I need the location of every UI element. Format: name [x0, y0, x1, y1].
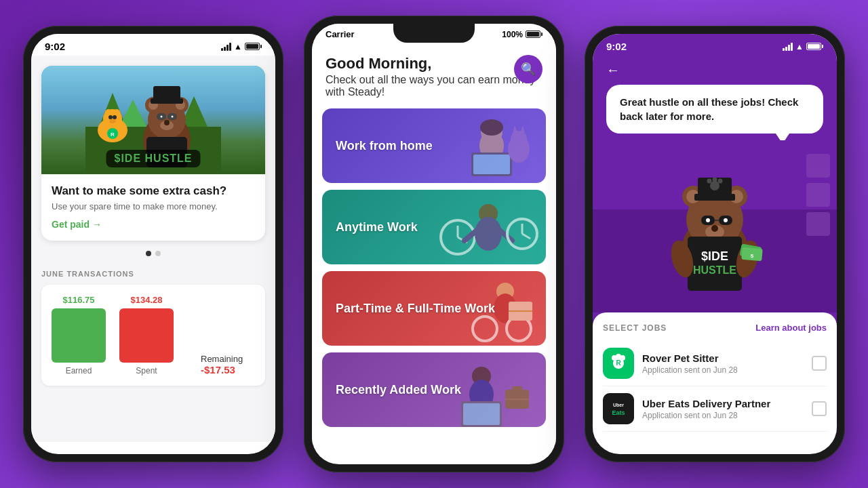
carousel-dots [31, 251, 275, 256]
hero-subtitle: Use your spare time to make more money. [52, 201, 255, 211]
dot-2[interactable] [155, 251, 161, 256]
rover-job-info: Rover Pet Sitter Application sent on Jun… [642, 352, 804, 375]
status-icons-left: ▲ [221, 42, 262, 52]
wifi-icon: ▲ [234, 42, 242, 52]
speech-bubble: Great hustle on all these jobs! Check ba… [606, 85, 823, 134]
svg-point-71 [713, 178, 717, 182]
phone3-content: ← Great hustle on all these jobs! Check … [593, 56, 837, 442]
ubereats-job-item[interactable]: Uber Eats Uber Eats Delivery Partner App… [603, 386, 827, 432]
svg-point-25 [172, 116, 174, 118]
bar-chart: $116.75 Earned $134.28 Spent Remaining -… [52, 295, 255, 375]
status-bar-left: 9:02 ▲ [31, 34, 275, 56]
spent-bar-item: $134.28 Spent [119, 295, 174, 375]
svg-text:HUSTLE: HUSTLE [693, 264, 736, 276]
dot-1[interactable] [146, 251, 151, 256]
hero-card: R [41, 66, 265, 241]
svg-point-77 [724, 218, 728, 222]
parttime-title: Part-Time & Full-Time Work [336, 302, 495, 316]
earned-bar [52, 308, 106, 363]
signal-icon-right [783, 43, 793, 51]
badge-dollar: $IDE [114, 152, 141, 164]
wifi-icon-right: ▲ [795, 42, 804, 52]
phone1-content: R [31, 56, 275, 442]
time-left: 9:02 [45, 41, 65, 52]
anytime-title: Anytime Work [336, 220, 418, 235]
svg-line-47 [522, 234, 530, 239]
phone-center: Carrier 100% Good Morning, Check out all… [304, 16, 564, 472]
status-icons-right: ▲ [783, 42, 823, 52]
svg-point-70 [707, 179, 712, 184]
svg-marker-36 [513, 125, 517, 133]
search-button[interactable]: 🔍 [514, 55, 542, 83]
svg-point-9 [113, 115, 117, 119]
ubereats-job-info: Uber Eats Delivery Partner Application s… [642, 398, 804, 420]
svg-rect-94 [603, 393, 634, 424]
jobs-header: SELECT JOBS Learn about jobs [603, 323, 827, 333]
remaining-label: Remaining [201, 354, 243, 364]
badge-hustle: HUSTLE [145, 152, 193, 164]
svg-point-31 [480, 119, 503, 136]
svg-marker-37 [520, 125, 525, 133]
phone-left: 9:02 ▲ [23, 26, 283, 462]
transactions-label: JUNE TRANSACTIONS [31, 263, 275, 281]
svg-rect-33 [473, 155, 510, 174]
svg-point-76 [706, 218, 710, 222]
svg-rect-80 [688, 237, 742, 291]
battery-icon-right [806, 43, 823, 50]
wfh-card[interactable]: Work from home [322, 108, 546, 183]
recent-card[interactable]: Recently Added Work [322, 352, 546, 427]
svg-text:R: R [616, 359, 621, 367]
ubereats-checkbox[interactable] [812, 401, 827, 416]
hero-title: Want to make some extra cash? [52, 184, 255, 198]
rover-icon: R [603, 348, 634, 379]
svg-point-24 [161, 116, 163, 118]
spent-bar [119, 308, 174, 363]
svg-point-42 [475, 217, 502, 251]
learn-about-jobs-link[interactable]: Learn about jobs [755, 323, 827, 333]
greeting-subtitle: Check out all the ways you can earn mone… [326, 74, 542, 98]
status-icons-center: 100% [502, 30, 542, 39]
anytime-card[interactable]: Anytime Work [322, 190, 546, 264]
phone2-content: Good Morning, Check out all the ways you… [312, 45, 556, 445]
bear-svg: $IDE HUSTLE $ [654, 159, 776, 294]
rover-job-status: Application sent on Jun 28 [642, 365, 804, 375]
svg-point-35 [511, 131, 527, 147]
svg-point-10 [109, 119, 116, 123]
wfh-title: Work from home [336, 139, 433, 153]
earned-bar-item: $116.75 Earned [52, 295, 106, 375]
remaining-box: Remaining -$17.53 [201, 354, 243, 375]
svg-point-27 [164, 120, 170, 125]
get-paid-link[interactable]: Get paid → [52, 219, 102, 230]
battery-percent: 100% [502, 30, 523, 39]
rover-checkbox[interactable] [812, 356, 827, 371]
spent-amount: $134.28 [131, 295, 163, 305]
earned-label: Earned [66, 366, 92, 375]
svg-point-69 [710, 181, 719, 190]
battery-icon [245, 43, 262, 50]
svg-rect-59 [512, 386, 522, 392]
svg-point-79 [711, 225, 718, 232]
battery-icon-center [526, 30, 542, 38]
ubereats-job-name: Uber Eats Delivery Partner [642, 398, 804, 409]
spent-label: Spent [136, 366, 157, 375]
notch-bar: Carrier 100% [312, 24, 556, 45]
parttime-card[interactable]: Part-Time & Full-Time Work [322, 271, 546, 346]
svg-text:$IDE: $IDE [701, 249, 728, 263]
jobs-list: SELECT JOBS Learn about jobs R [593, 312, 837, 442]
greeting-title: Good Morning, [326, 55, 542, 73]
svg-rect-57 [463, 403, 500, 425]
rover-job-item[interactable]: R Rover Pet Sitter Application sent on J… [603, 341, 827, 386]
svg-text:Uber: Uber [613, 403, 624, 407]
svg-text:$: $ [751, 253, 754, 259]
svg-text:Eats: Eats [612, 409, 625, 416]
carrier-text: Carrier [326, 29, 355, 39]
notch [393, 24, 475, 43]
time-right: 9:02 [606, 41, 627, 52]
phone-right: 9:02 ▲ ← Great hustle on [585, 26, 845, 462]
transactions-card: $116.75 Earned $134.28 Spent Remaining -… [41, 285, 265, 386]
status-bar-right: 9:02 ▲ [593, 34, 837, 56]
back-button[interactable]: ← [593, 56, 837, 85]
hero-image: R [41, 66, 265, 174]
earned-amount: $116.75 [63, 295, 95, 305]
bear-illustration: $IDE HUSTLE $ [593, 140, 837, 312]
